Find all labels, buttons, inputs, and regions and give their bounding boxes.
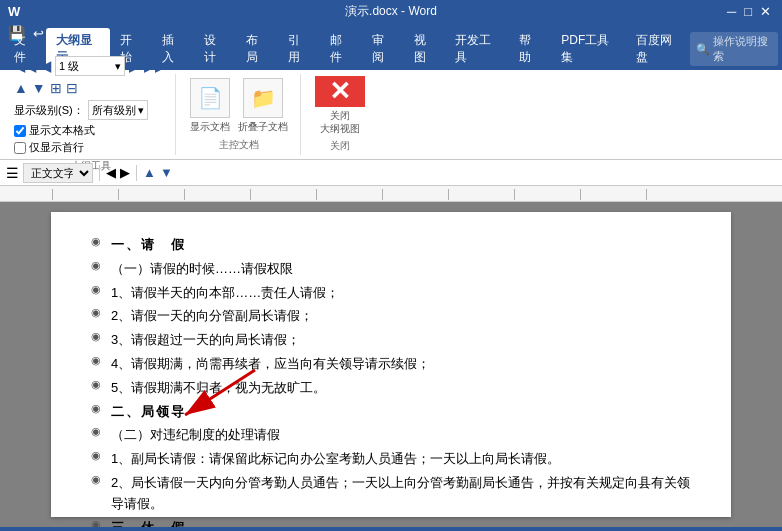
- doc-line-10: ◉ 1、副局长请假：请保留此标记向办公室考勤人员通告；一天以上向局长请假。: [91, 449, 691, 470]
- title-bar-left: W: [8, 4, 20, 19]
- doc-line-3: ◉ 1、请假半天的向本部……责任人请假；: [91, 283, 691, 304]
- move-down-toolbar-icon[interactable]: ▼: [160, 165, 173, 180]
- collapse-subdoc-icon: 📁: [243, 78, 283, 118]
- move-row: ▲ ▼ ⊞ ⊟: [14, 80, 167, 96]
- bullet-12: ◉: [91, 518, 111, 527]
- move-up-icon[interactable]: ▲: [14, 80, 28, 96]
- text-11[interactable]: 2、局长请假一天内向分管考勤人员通告；一天以上向分管考勤副局长通告，并按有关规定…: [111, 473, 691, 515]
- text-10[interactable]: 1、副局长请假：请保留此标记向办公室考勤人员通告；一天以上向局长请假。: [111, 449, 691, 470]
- bullet-1: ◉: [91, 235, 111, 248]
- demote-icon[interactable]: ▶: [129, 58, 140, 74]
- close-group-label: 关闭: [330, 139, 350, 153]
- tab-design[interactable]: 设计: [194, 28, 236, 70]
- master-doc-label: 主控文档: [219, 138, 259, 152]
- outline-expand-icon[interactable]: ☰: [6, 165, 19, 181]
- toolbar-separator: [99, 165, 100, 181]
- master-doc-group: 📄 显示文档 📁 折叠子文档 主控文档: [178, 74, 301, 155]
- text-9[interactable]: （二）对违纪制度的处理请假: [111, 425, 691, 446]
- text-5[interactable]: 3、请假超过一天的向局长请假；: [111, 330, 691, 351]
- show-document-icon: 📄: [190, 78, 230, 118]
- ribbon-content: ◀◀ ◀ 1 级 ▾ ▶ ▶▶ ▲ ▼ ⊞ ⊟ 显示级别(S)： 所有级别 ▾: [0, 70, 782, 160]
- close-outline-label-text: 关闭 大纲视图: [320, 110, 360, 134]
- bullet-5: ◉: [91, 330, 111, 343]
- indent-increase-icon[interactable]: ▶: [120, 165, 130, 180]
- bullet-7: ◉: [91, 378, 111, 391]
- search-placeholder: 操作说明搜索: [713, 34, 772, 64]
- doc-line-4: ◉ 2、请假一天的向分管副局长请假；: [91, 306, 691, 327]
- move-up-toolbar-icon[interactable]: ▲: [143, 165, 156, 180]
- text-1[interactable]: 一、请 假: [111, 235, 691, 256]
- level-nav-row: ◀◀ ◀ 1 级 ▾ ▶ ▶▶: [14, 56, 167, 76]
- show-firstline-checkbox[interactable]: [14, 142, 26, 154]
- bullet-8: ◉: [91, 402, 111, 415]
- tab-layout[interactable]: 布局: [236, 28, 278, 70]
- demote-to-body-icon[interactable]: ▶▶: [144, 58, 166, 74]
- show-level-value: 所有级别: [92, 103, 136, 118]
- tab-baidu[interactable]: 百度网盘: [626, 28, 690, 70]
- tab-help[interactable]: 帮助: [509, 28, 551, 70]
- collapse-subdoc-label: 折叠子文档: [238, 120, 288, 134]
- level-dropdown-icon: ▾: [115, 60, 121, 73]
- move-down-icon[interactable]: ▼: [32, 80, 46, 96]
- expand-icon[interactable]: ⊞: [50, 80, 62, 96]
- ruler-marks: ││││││││││: [10, 189, 690, 199]
- style-select[interactable]: 正文文字: [23, 163, 93, 183]
- bullet-10: ◉: [91, 449, 111, 462]
- show-document-btn[interactable]: 📄 显示文档: [190, 78, 230, 134]
- text-6[interactable]: 4、请假期满，尚需再续者，应当向有关领导请示续假；: [111, 354, 691, 375]
- indent-decrease-icon[interactable]: ◀: [106, 165, 116, 180]
- show-level-label: 显示级别(S)：: [14, 103, 84, 118]
- text-8[interactable]: 二、局领导: [111, 402, 691, 423]
- bullet-4: ◉: [91, 306, 111, 319]
- show-document-label: 显示文档: [190, 120, 230, 134]
- level-select[interactable]: 1 级 ▾: [55, 56, 125, 76]
- show-level-select[interactable]: 所有级别 ▾: [88, 100, 148, 120]
- text-12[interactable]: 三、休 假: [111, 518, 691, 527]
- collapse-icon[interactable]: ⊟: [66, 80, 78, 96]
- text-2[interactable]: （一）请假的时候……请假权限: [111, 259, 691, 280]
- checkbox-format-row: 显示文本格式: [14, 123, 167, 138]
- tab-pdf[interactable]: PDF工具集: [551, 28, 626, 70]
- bullet-9: ◉: [91, 425, 111, 438]
- minimize-icon[interactable]: ─: [724, 4, 739, 19]
- maximize-icon[interactable]: □: [741, 4, 755, 19]
- title-bar: W 演示.docx - Word ─ □ ✕: [0, 0, 782, 22]
- outline-level-group: ◀◀ ◀ 1 级 ▾ ▶ ▶▶ ▲ ▼ ⊞ ⊟ 显示级别(S)： 所有级别 ▾: [6, 74, 176, 155]
- checkbox-firstline-row: 仅显示首行: [14, 140, 167, 155]
- doc-line-12: ◉ 三、休 假: [91, 518, 691, 527]
- text-7[interactable]: 5、请假期满不归者，视为无故旷工。: [111, 378, 691, 399]
- tab-references[interactable]: 引用: [278, 28, 320, 70]
- show-firstline-label: 仅显示首行: [29, 140, 84, 155]
- text-3[interactable]: 1、请假半天的向本部……责任人请假；: [111, 283, 691, 304]
- bullet-6: ◉: [91, 354, 111, 367]
- text-4[interactable]: 2、请假一天的向分管副局长请假；: [111, 306, 691, 327]
- search-box[interactable]: 🔍 操作说明搜索: [690, 32, 778, 66]
- document-page: ◉ 一、请 假 ◉ （一）请假的时候……请假权限 ◉ 1、请假半天的向本部……责…: [51, 212, 731, 517]
- master-doc-buttons: 📄 显示文档 📁 折叠子文档: [190, 78, 288, 134]
- level-value: 1 级: [59, 59, 79, 74]
- doc-line-1: ◉ 一、请 假: [91, 235, 691, 256]
- show-level-dropdown-icon: ▾: [138, 104, 144, 117]
- doc-line-7: ◉ 5、请假期满不归者，视为无故旷工。: [91, 378, 691, 399]
- bullet-2: ◉: [91, 259, 111, 272]
- doc-line-9: ◉ （二）对违纪制度的处理请假: [91, 425, 691, 446]
- title-bar-controls[interactable]: ─ □ ✕: [724, 4, 774, 19]
- show-text-format-label: 显示文本格式: [29, 123, 95, 138]
- tab-review[interactable]: 审阅: [362, 28, 404, 70]
- title-bar-title: 演示.docx - Word: [345, 3, 437, 20]
- ruler: ││││││││││: [0, 186, 782, 202]
- tab-view[interactable]: 视图: [404, 28, 446, 70]
- tab-mailings[interactable]: 邮件: [320, 28, 362, 70]
- search-icon: 🔍: [696, 43, 710, 56]
- toolbar-separator2: [136, 165, 137, 181]
- close-icon[interactable]: ✕: [757, 4, 774, 19]
- close-outline-button[interactable]: ✕: [315, 76, 365, 107]
- show-text-format-checkbox[interactable]: [14, 125, 26, 137]
- bullet-3: ◉: [91, 283, 111, 296]
- tab-developer[interactable]: 开发工具: [445, 28, 509, 70]
- doc-line-6: ◉ 4、请假期满，尚需再续者，应当向有关领导请示续假；: [91, 354, 691, 375]
- collapse-subdoc-btn[interactable]: 📁 折叠子文档: [238, 78, 288, 134]
- doc-line-2: ◉ （一）请假的时候……请假权限: [91, 259, 691, 280]
- promote-to-heading1-icon[interactable]: ◀◀: [14, 58, 36, 74]
- promote-icon[interactable]: ◀: [40, 58, 51, 74]
